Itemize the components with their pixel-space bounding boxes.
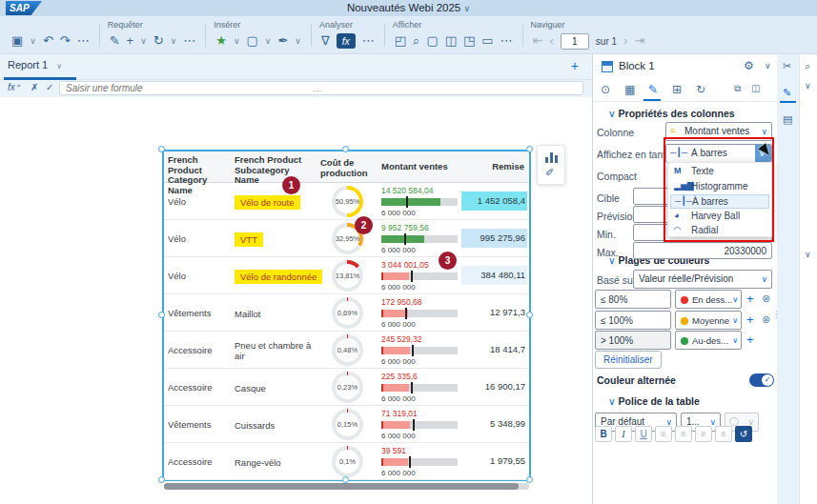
filter-icon[interactable]: ∇: [321, 32, 330, 50]
range-condition-input[interactable]: > 100%: [595, 331, 671, 350]
subcategory-cell[interactable]: Vélo de route: [235, 191, 318, 213]
selection-handle[interactable]: [158, 146, 165, 152]
subcategory-cell[interactable]: Casque: [235, 376, 318, 399]
table-row[interactable]: Vêtements Maillot 0,69% 172 950,68 6 000…: [164, 294, 529, 332]
data-rail-tab-icon[interactable]: ▤: [783, 113, 792, 126]
more-icon[interactable]: ⋯: [77, 32, 90, 50]
chevron-down-icon[interactable]: ∨: [805, 81, 811, 91]
more-icon[interactable]: ⋯: [183, 32, 195, 50]
sales-bullet-cell[interactable]: 245 529,32 6 000 000: [381, 332, 461, 369]
remise-cell[interactable]: 995 275,96: [461, 220, 527, 257]
page-number-input[interactable]: [561, 33, 589, 50]
column-header-3[interactable]: Coût de production: [320, 158, 378, 178]
fullscreen-icon[interactable]: ◰: [395, 32, 406, 50]
undo-icon[interactable]: ↶: [43, 32, 53, 50]
range-color-select[interactable]: En dess...∨: [675, 290, 742, 309]
menu-item-harvey-ball[interactable]: ◕Harvey Ball: [670, 210, 769, 224]
chart-tab-icon[interactable]: ▦: [624, 83, 635, 96]
alternate-color-toggle[interactable]: ✓: [749, 373, 774, 387]
more-icon[interactable]: ⋯: [362, 32, 375, 50]
prev-page-icon[interactable]: ‹: [549, 32, 553, 50]
remise-cell[interactable]: 12 971,3: [461, 294, 527, 332]
category-cell[interactable]: Accessoire: [168, 382, 233, 393]
validate-formula-icon[interactable]: ✓: [46, 82, 53, 92]
align-left-button[interactable]: ≡: [655, 426, 672, 442]
cost-gauge[interactable]: 13,81%: [332, 260, 363, 292]
base-sur-select[interactable]: Valeur réelle/Prévision ∨: [633, 270, 772, 289]
remise-cell[interactable]: 5 348,99: [461, 406, 527, 443]
cost-gauge[interactable]: 0,15%: [332, 409, 363, 440]
first-page-icon[interactable]: ⇤: [533, 32, 543, 50]
more-icon[interactable]: ⋯: [500, 32, 513, 50]
remise-cell[interactable]: 1 979,55: [461, 443, 527, 480]
selection-handle[interactable]: [526, 476, 533, 483]
tab-report-1[interactable]: Report 1 ∨: [8, 59, 62, 71]
category-cell[interactable]: Vélo: [168, 271, 233, 281]
rail-drag-handle[interactable]: ⋮: [772, 310, 781, 319]
sales-bullet-cell[interactable]: 225 335,6 6 000 000: [381, 369, 461, 406]
remise-cell[interactable]: 1 452 058,4: [461, 183, 527, 220]
subcategory-cell[interactable]: Cuissards: [235, 413, 318, 436]
category-cell[interactable]: Vêtements: [168, 419, 233, 430]
popout-icon[interactable]: ⧉: [734, 83, 741, 94]
cost-gauge[interactable]: 0,23%: [332, 372, 363, 403]
range-condition-input[interactable]: ≤ 100%: [595, 311, 671, 330]
subcategory-cell[interactable]: Vélo de randonnée: [235, 265, 318, 288]
column-header-5[interactable]: Remise: [450, 162, 524, 172]
selection-handle[interactable]: [526, 146, 533, 152]
chevron-down-icon[interactable]: ∨: [234, 32, 240, 50]
export-icon[interactable]: ◳: [463, 32, 475, 50]
remove-range-button[interactable]: ⊗: [762, 313, 770, 326]
remove-range-button[interactable]: ⊗: [762, 292, 770, 305]
table-row[interactable]: Vélo VTT 32,95% 9 952 759,56 6 000 000 9…: [164, 220, 529, 257]
range-condition-input[interactable]: ≤ 80%: [595, 290, 671, 309]
remise-cell[interactable]: 384 480,11: [461, 257, 527, 294]
italic-button[interactable]: I: [615, 426, 632, 442]
presentation-icon[interactable]: ▭: [481, 32, 493, 50]
subcategory-cell[interactable]: Range-vélo: [235, 451, 318, 474]
insert-table-icon[interactable]: ▢: [247, 32, 258, 50]
edit-query-icon[interactable]: ✎: [110, 32, 120, 50]
menu-item-radial[interactable]: ◠Radial: [670, 224, 769, 238]
view-tab-eye-icon[interactable]: ⊙: [601, 83, 610, 96]
horizontal-scrollbar-thumb[interactable]: [164, 483, 519, 490]
category-cell[interactable]: Accessoire: [168, 456, 233, 467]
range-color-select[interactable]: Au-des...∨: [675, 331, 742, 350]
category-cell[interactable]: Vêtements: [168, 308, 233, 318]
save-icon[interactable]: ▣: [11, 32, 23, 50]
table-row[interactable]: Accessoire Range-vélo 0,1% 39 591 6 000 …: [164, 443, 529, 480]
section-title-columns[interactable]: ∨ Propriétés des colonnes: [608, 108, 735, 119]
cost-gauge[interactable]: 0,48%: [332, 334, 363, 366]
category-cell[interactable]: Accessoire: [168, 345, 233, 355]
document-title[interactable]: Nouveautés Webi 2025 ∨: [0, 2, 817, 13]
colonne-select[interactable]: ≡ Montant ventes ∨: [665, 122, 772, 141]
scissors-icon[interactable]: ✂: [783, 60, 791, 72]
underline-button[interactable]: U: [635, 426, 652, 442]
insert-shape-icon[interactable]: ✒: [277, 32, 288, 50]
bold-button[interactable]: B: [595, 426, 612, 442]
category-cell[interactable]: Vélo: [168, 196, 233, 207]
cost-gauge[interactable]: 0,1%: [332, 446, 363, 477]
add-range-button[interactable]: +: [746, 292, 754, 306]
selection-handle[interactable]: [158, 476, 165, 483]
chevron-down-icon[interactable]: ∨: [265, 32, 272, 50]
chevron-down-icon[interactable]: ∨: [30, 32, 36, 50]
table-row[interactable]: Vêtements Cuissards 0,15% 71 319,01 6 00…: [164, 406, 529, 443]
format-tab-icon[interactable]: ✎: [648, 83, 658, 96]
align-justify-button[interactable]: ≡: [715, 426, 732, 442]
chevron-down-icon[interactable]: ∨: [765, 61, 771, 71]
selection-handle[interactable]: [158, 312, 165, 318]
selection-handle[interactable]: [342, 476, 349, 483]
cost-gauge[interactable]: 50,95%: [332, 186, 363, 217]
add-range-button[interactable]: +: [746, 312, 754, 327]
chevron-down-icon[interactable]: ∨: [140, 32, 147, 50]
format-table-icon[interactable]: ✐: [545, 167, 554, 179]
grid-tab-icon[interactable]: ⊞: [672, 83, 682, 96]
table-row[interactable]: Accessoire Casque 0,23% 225 335,6 6 000 …: [164, 369, 529, 406]
zoom-icon[interactable]: ⌕: [413, 32, 419, 50]
menu-item-texte[interactable]: MTexte: [670, 165, 769, 179]
cancel-formula-icon[interactable]: ✗: [31, 82, 38, 92]
column-header-4[interactable]: Montant ventes: [381, 162, 458, 172]
reset-format-button[interactable]: ↺: [735, 426, 752, 442]
category-cell[interactable]: Vélo: [168, 233, 233, 244]
